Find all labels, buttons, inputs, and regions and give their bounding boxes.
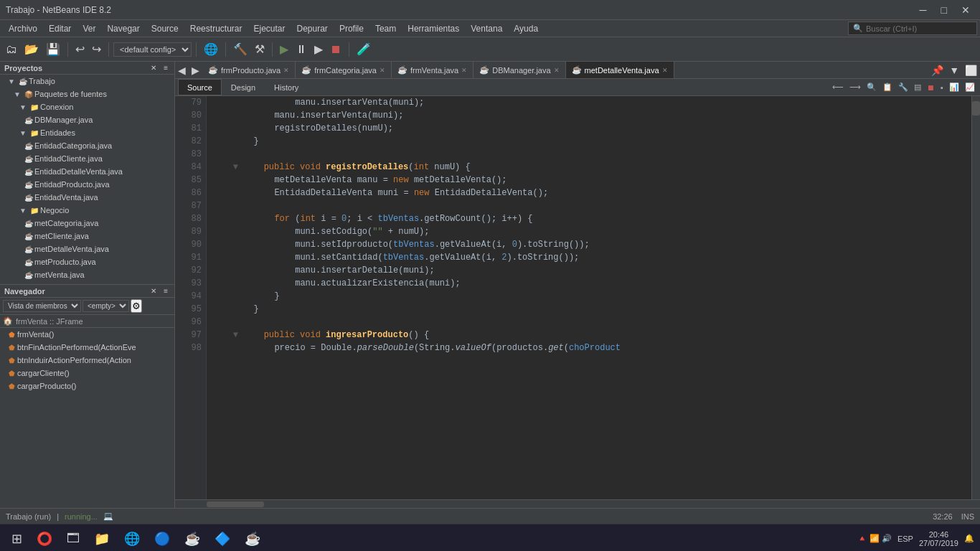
- debug-btn[interactable]: ⏸: [293, 42, 310, 57]
- close-tab-frmproducto[interactable]: ✕: [283, 67, 289, 74]
- open-btn[interactable]: 📂: [22, 41, 42, 57]
- scrollbar-thumb[interactable]: [972, 101, 980, 116]
- taskbar-search-btn[interactable]: ⭕: [31, 528, 58, 550]
- tree-item-entidadcliente[interactable]: ☕ EntidadCliente.java: [0, 152, 174, 165]
- src-btn-toggle[interactable]: ▤: [912, 82, 923, 93]
- menu-team[interactable]: Team: [369, 22, 402, 35]
- src-btn-run[interactable]: ⏹: [925, 83, 937, 93]
- taskbar-notification[interactable]: 🔔: [964, 534, 974, 543]
- vertical-scrollbar[interactable]: [971, 96, 980, 499]
- horizontal-scrollbar[interactable]: [175, 499, 980, 508]
- menu-ejecutar[interactable]: Ejecutar: [248, 22, 291, 35]
- projects-close-btn[interactable]: ✕: [149, 63, 159, 72]
- menu-navegar[interactable]: Navegar: [101, 22, 145, 35]
- config-select[interactable]: <default config>: [113, 42, 192, 57]
- menu-ventana[interactable]: Ventana: [465, 22, 508, 35]
- clean-build-btn[interactable]: ⚒: [252, 41, 268, 57]
- tab-metdetalleventa[interactable]: ☕ metDetalleVenta.java ✕: [566, 62, 674, 78]
- redo-btn[interactable]: ↪: [89, 41, 104, 57]
- src-btn-stop[interactable]: ▪: [938, 83, 946, 93]
- tree-item-entidaddetalleventa[interactable]: ☕ EntidadDetalleVenta.java: [0, 165, 174, 178]
- fold-btn-84[interactable]: ▼: [233, 161, 243, 174]
- tab-dbmanager[interactable]: ☕ DBManager.java ✕: [473, 62, 565, 78]
- menu-herramientas[interactable]: Herramientas: [402, 22, 465, 35]
- search-input[interactable]: [866, 24, 972, 33]
- start-button[interactable]: ⊞: [6, 528, 28, 550]
- code-content[interactable]: manu.insertarVenta(muni); manu.insertarV…: [207, 96, 971, 499]
- taskbar-app2[interactable]: ☕: [239, 528, 266, 550]
- src-btn-chart2[interactable]: 📈: [963, 82, 977, 93]
- maximize-button[interactable]: □: [937, 3, 951, 17]
- tab-pin-btn[interactable]: 📌: [928, 65, 946, 76]
- tree-item-conexion[interactable]: ▼ 📁 Conexion: [0, 100, 174, 113]
- menu-ver[interactable]: Ver: [77, 22, 101, 35]
- new-project-btn[interactable]: 🗂: [3, 42, 20, 57]
- menu-depurar[interactable]: Depurar: [291, 22, 334, 35]
- close-tab-metdetalleventa[interactable]: ✕: [662, 67, 668, 74]
- minimize-button[interactable]: ─: [915, 3, 931, 17]
- tree-item-metdetalleventa[interactable]: ☕ metDetalleVenta.java: [0, 242, 174, 255]
- globe-btn[interactable]: 🌐: [201, 41, 221, 57]
- nav-member-btninduir[interactable]: ⬟ btnInduirActionPerformed(Action: [0, 354, 174, 367]
- undo-btn[interactable]: ↩: [72, 41, 88, 57]
- test-btn[interactable]: 🧪: [354, 41, 374, 57]
- tab-scroll-right[interactable]: ▶: [189, 65, 202, 76]
- save-btn[interactable]: 💾: [43, 41, 63, 57]
- tree-item-entidadproducto[interactable]: ☕ EntidadProducto.java: [0, 178, 174, 191]
- src-btn-5[interactable]: 🔧: [896, 82, 910, 93]
- nav-member-cargarclient[interactable]: ⬟ cargarCliente(): [0, 367, 174, 380]
- tab-scroll-left[interactable]: ◀: [175, 65, 189, 76]
- stop-btn[interactable]: ⏹: [327, 42, 344, 57]
- close-tab-frmcategoria[interactable]: ✕: [380, 67, 385, 74]
- menu-reestructurar[interactable]: Reestructurar: [184, 22, 248, 35]
- src-btn-1[interactable]: ⟵: [830, 82, 846, 93]
- close-button[interactable]: ✕: [957, 3, 974, 17]
- sub-tab-history[interactable]: History: [265, 79, 308, 95]
- hammer-btn[interactable]: 🔨: [230, 41, 250, 57]
- menu-editar[interactable]: Editar: [43, 22, 77, 35]
- tree-item-dbmanager[interactable]: ☕ DBManager.java: [0, 113, 174, 126]
- search-box[interactable]: 🔍: [848, 22, 977, 35]
- navigator-close-btn[interactable]: ✕: [149, 286, 159, 296]
- profile-btn[interactable]: ▶: [311, 41, 326, 57]
- fold-btn-97[interactable]: ▼: [233, 329, 243, 342]
- close-tab-dbmanager[interactable]: ✕: [554, 67, 560, 74]
- nav-member-btnfin[interactable]: ⬟ btnFinActionPerformed(ActionEve: [0, 341, 174, 354]
- src-btn-chart[interactable]: 📊: [947, 82, 961, 93]
- src-btn-2[interactable]: ⟶: [847, 82, 863, 93]
- tab-frmproducto[interactable]: ☕ frmProducto.java ✕: [202, 62, 296, 78]
- nav-member-cargarproducto[interactable]: ⬟ cargarProducto(): [0, 380, 174, 392]
- projects-tree[interactable]: ▼ ☕ Trabajo ▼ 📦 Paquetes de fuentes ▼ 📁 …: [0, 75, 174, 281]
- filter-select[interactable]: <empty>: [83, 300, 129, 312]
- menu-source[interactable]: Source: [146, 22, 184, 35]
- tree-item-metcliente[interactable]: ☕ metCliente.java: [0, 230, 174, 242]
- nav-btn-1[interactable]: ⚙: [131, 299, 142, 313]
- close-tab-frmventa[interactable]: ✕: [461, 67, 467, 74]
- tree-item-metventa[interactable]: ☕ metVenta.java: [0, 268, 174, 281]
- tree-item-entidades[interactable]: ▼ 📁 Entidades: [0, 126, 174, 139]
- run-btn[interactable]: ▶: [277, 41, 291, 57]
- navigator-settings-btn[interactable]: ≡: [161, 286, 170, 296]
- taskbar-task-view[interactable]: 🗔: [61, 528, 85, 549]
- tree-item-paquetes-fuentes[interactable]: ▼ 📦 Paquetes de fuentes: [0, 88, 174, 100]
- tab-frmventa[interactable]: ☕ frmVenta.java ✕: [392, 62, 473, 78]
- src-btn-3[interactable]: 🔍: [864, 82, 879, 93]
- tab-maximize-btn[interactable]: ⬜: [962, 65, 980, 76]
- tree-item-trabajo[interactable]: ▼ ☕ Trabajo: [0, 75, 174, 88]
- taskbar-netbeans[interactable]: ☕: [179, 528, 206, 550]
- sub-tab-source[interactable]: Source: [178, 79, 222, 95]
- view-mode-select[interactable]: Vista de miembros: [3, 300, 81, 312]
- tree-item-metcategoria[interactable]: ☕ metCategoria.java: [0, 217, 174, 230]
- tree-item-negocio[interactable]: ▼ 📁 Negocio: [0, 204, 174, 217]
- tab-frmcategoria[interactable]: ☕ frmCategoria.java ✕: [296, 62, 392, 78]
- menu-archivo[interactable]: Archivo: [3, 22, 43, 35]
- tree-item-entidadcategoria[interactable]: ☕ EntidadCategoria.java: [0, 139, 174, 152]
- taskbar-app1[interactable]: 🔷: [209, 528, 236, 550]
- h-scrollbar-thumb[interactable]: [207, 501, 264, 507]
- tree-item-metproducto[interactable]: ☕ metProducto.java: [0, 255, 174, 268]
- src-btn-4[interactable]: 📋: [880, 82, 895, 93]
- tab-menu-btn[interactable]: ▼: [946, 65, 962, 76]
- projects-settings-btn[interactable]: ≡: [161, 63, 170, 72]
- menu-ayuda[interactable]: Ayuda: [508, 22, 544, 35]
- tree-item-entidadventa[interactable]: ☕ EntidadVenta.java: [0, 191, 174, 204]
